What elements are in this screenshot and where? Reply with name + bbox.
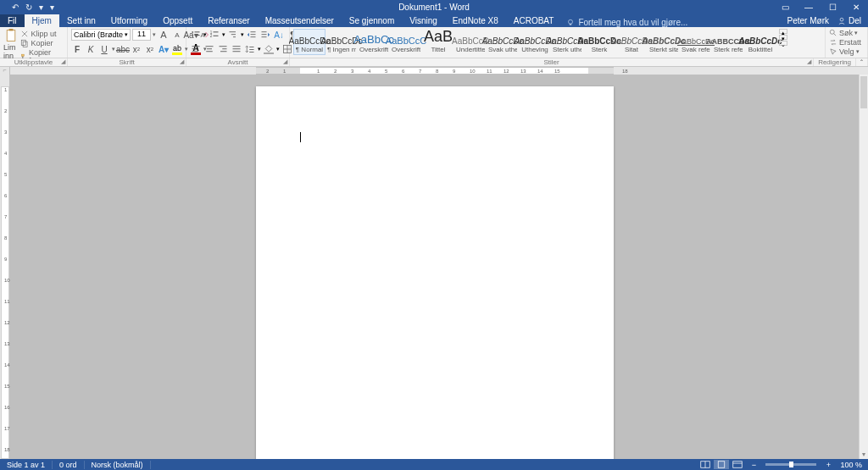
ribbon-options-icon[interactable]: ▭ — [773, 3, 797, 12]
zoom-slider[interactable] — [765, 463, 816, 466]
line-spacing-button[interactable] — [244, 43, 256, 55]
view-read-button[interactable] — [698, 460, 713, 469]
title-bar: ↶ ↻ ▾ ▾ Dokument1 - Word ▭ — ☐ ✕ — [0, 0, 868, 14]
tab-hjem[interactable]: Hjem — [25, 14, 59, 27]
font-dialog-launcher[interactable]: ◢ — [180, 58, 184, 65]
status-words[interactable]: 0 ord — [53, 461, 85, 469]
select-button[interactable]: Velg▾ — [829, 47, 861, 56]
window-buttons: ▭ — ☐ ✕ — [773, 3, 868, 12]
tell-me[interactable]: Fortell meg hva du vil gjøre... — [566, 18, 687, 27]
font-name-combo[interactable]: Calibri (Brødte▾ — [71, 29, 131, 41]
vruler-tick: 17 — [4, 426, 10, 431]
align-center-button[interactable] — [203, 43, 215, 55]
minimize-button[interactable]: — — [797, 3, 821, 12]
find-button[interactable]: Søk▾ — [829, 29, 861, 37]
share-button[interactable]: Del — [837, 16, 861, 25]
svg-rect-5 — [7, 30, 15, 41]
underline-button[interactable]: U — [98, 43, 110, 55]
view-print-button[interactable] — [714, 460, 729, 469]
subscript-button[interactable]: x2 — [131, 43, 142, 55]
grow-font-button[interactable]: A — [158, 29, 170, 41]
justify-button[interactable] — [231, 43, 242, 55]
tab-se-gjennom[interactable]: Se gjennom — [342, 14, 402, 27]
style-item[interactable]: AaBbCcCOverskrift 2 — [390, 29, 422, 55]
italic-button[interactable]: K — [85, 43, 97, 55]
redo-icon[interactable]: ↻ — [25, 3, 32, 12]
collapse-ribbon-button[interactable]: ˆ — [856, 58, 868, 66]
numbering-dropdown-icon[interactable]: ▾ — [222, 31, 225, 38]
qat-customize-icon[interactable]: ▾ — [50, 3, 54, 12]
cut-button[interactable]: Klipp ut — [20, 30, 64, 38]
shading-dropdown-icon[interactable]: ▾ — [276, 46, 280, 53]
sort-button[interactable]: A↓ — [273, 29, 285, 41]
text-effects-button[interactable]: A▾ — [158, 43, 170, 55]
bullets-button[interactable] — [190, 29, 202, 41]
tab-masseutsendelser[interactable]: Masseutsendelser — [258, 14, 342, 27]
maximize-button[interactable]: ☐ — [821, 3, 844, 12]
zoom-thumb[interactable] — [789, 462, 793, 467]
close-button[interactable]: ✕ — [844, 3, 868, 12]
tab-utforming[interactable]: Utforming — [103, 14, 155, 27]
tab-referanser[interactable]: Referanser — [200, 14, 257, 27]
highlight-button[interactable]: ab — [171, 44, 183, 55]
multilevel-list-button[interactable] — [227, 29, 239, 41]
underline-dropdown-icon[interactable]: ▾ — [112, 46, 115, 53]
tab-oppsett[interactable]: Oppsett — [155, 14, 200, 27]
svg-point-4 — [840, 18, 843, 21]
touch-mode-icon[interactable]: ▾ — [39, 3, 43, 12]
horizontal-ruler[interactable]: ⌐ 211234567891011121314151718 — [0, 67, 868, 75]
bullets-dropdown-icon[interactable]: ▾ — [203, 31, 207, 38]
page[interactable] — [256, 86, 614, 459]
scissors-icon — [20, 30, 29, 38]
clipboard-dialog-launcher[interactable]: ◢ — [61, 58, 65, 65]
tab-visning[interactable]: Visning — [402, 14, 445, 27]
vruler-tick: 9 — [4, 257, 7, 262]
styles-more-button[interactable]: ▴▾⌄ — [779, 29, 787, 46]
ruler-corner: ⌐ — [0, 67, 10, 75]
svg-rect-35 — [220, 46, 227, 47]
status-language[interactable]: Norsk (bokmål) — [85, 461, 151, 469]
style-label: ¶ Normal — [295, 46, 324, 53]
font-size-combo[interactable]: 11 — [132, 29, 151, 41]
style-item[interactable]: AaBTittel — [422, 29, 454, 55]
font-size-dropdown-icon[interactable]: ▾ — [153, 31, 156, 38]
ruler-tick: 1 — [283, 69, 286, 74]
copy-button[interactable]: Kopier — [20, 39, 64, 47]
align-right-button[interactable] — [217, 43, 229, 55]
shading-button[interactable] — [263, 45, 275, 54]
zoom-level[interactable]: 100 % — [837, 461, 865, 469]
increase-indent-button[interactable] — [259, 29, 271, 41]
multilevel-dropdown-icon[interactable]: ▾ — [241, 31, 244, 38]
tab-acrobat[interactable]: ACROBAT — [506, 14, 562, 27]
numbering-button[interactable]: 12 — [209, 29, 220, 41]
view-web-button[interactable] — [730, 460, 745, 469]
strikethrough-button[interactable]: abc — [117, 43, 129, 55]
style-label: Svak refer... — [682, 46, 710, 53]
decrease-indent-button[interactable] — [246, 29, 258, 41]
vertical-ruler[interactable]: 123456789101112131415161718 — [0, 75, 10, 459]
document-area: 123456789101112131415161718 ▴ ▾ — [0, 75, 868, 459]
bold-button[interactable]: F — [71, 43, 83, 55]
vertical-scrollbar[interactable]: ▴ ▾ — [859, 75, 868, 459]
undo-icon[interactable]: ↶ — [12, 3, 19, 12]
svg-rect-36 — [222, 48, 226, 49]
superscript-button[interactable]: x2 — [144, 43, 156, 55]
zoom-in-button[interactable]: + — [821, 460, 836, 469]
user-name[interactable]: Peter Mørk — [787, 16, 829, 25]
replace-button[interactable]: Erstatt — [829, 38, 861, 47]
styles-dialog-launcher[interactable]: ◢ — [807, 58, 811, 65]
line-spacing-dropdown-icon[interactable]: ▾ — [258, 46, 261, 53]
tab-endnote-x8[interactable]: EndNote X8 — [445, 14, 506, 27]
style-item[interactable]: AaBbCcDcBoktittel — [744, 29, 776, 55]
zoom-out-button[interactable]: − — [746, 460, 761, 469]
scroll-thumb[interactable] — [860, 76, 867, 108]
tab-sett-inn[interactable]: Sett inn — [59, 14, 103, 27]
paragraph-dialog-launcher[interactable]: ◢ — [283, 58, 287, 65]
status-page[interactable]: Side 1 av 1 — [0, 461, 53, 469]
paste-label: Lim inn — [3, 43, 19, 60]
tab-file[interactable]: Fil — [0, 14, 25, 27]
scroll-down-icon[interactable]: ▾ — [860, 451, 868, 459]
shrink-font-button[interactable]: A — [171, 29, 183, 41]
style-item[interactable]: AaBbCcDcSterkt sitat — [648, 29, 680, 55]
align-left-button[interactable] — [190, 43, 202, 55]
